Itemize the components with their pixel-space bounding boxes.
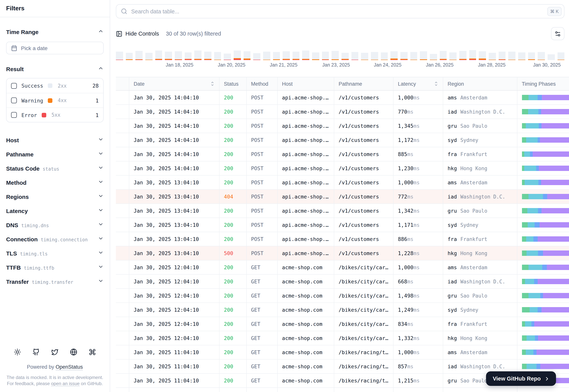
table-row[interactable]: Jan 30, 2025 12:04:10200GETacme-shop.com… <box>116 331 569 345</box>
section-transfer[interactable]: Transfertiming.transfer <box>6 275 104 289</box>
histogram-bar[interactable] <box>548 54 555 60</box>
histogram-bar[interactable] <box>263 52 270 60</box>
histogram-bar[interactable] <box>194 51 202 60</box>
histogram-bar[interactable] <box>224 54 231 60</box>
table-row[interactable]: Jan 30, 2025 14:04:10200POSTapi.acme-sho… <box>116 90 569 105</box>
histogram-bar[interactable] <box>538 52 545 60</box>
open-issue-link[interactable]: open an issue <box>51 381 80 386</box>
section-host[interactable]: Host <box>6 133 104 147</box>
table-row[interactable]: Jan 30, 2025 13:04:10500POSTapi.acme-sho… <box>116 246 569 260</box>
result-option-warning[interactable]: Warning4xx1 <box>6 93 103 108</box>
command-icon[interactable] <box>89 348 96 355</box>
view-github-repo-button[interactable]: View GitHub Repo <box>486 371 556 386</box>
histogram-bar[interactable] <box>449 52 457 60</box>
histogram-bar[interactable] <box>253 53 260 60</box>
histogram-bar[interactable] <box>126 53 133 60</box>
histogram-bar[interactable] <box>302 51 309 60</box>
histogram-bar[interactable] <box>116 52 123 60</box>
histogram-bar[interactable] <box>391 51 398 60</box>
histogram-bar[interactable] <box>332 51 339 60</box>
histogram-bar[interactable] <box>155 51 162 60</box>
histogram-bar[interactable] <box>479 51 486 60</box>
globe-icon[interactable] <box>70 348 77 355</box>
histogram-bar[interactable] <box>400 52 407 60</box>
section-status-code[interactable]: Status Codestatus <box>6 161 104 176</box>
column-header-status[interactable]: Status <box>219 77 246 90</box>
column-header-region[interactable]: Region <box>443 77 517 90</box>
histogram-bar[interactable] <box>371 52 378 60</box>
checkbox[interactable] <box>11 83 17 88</box>
table-row[interactable]: Jan 30, 2025 12:04:10200GETacme-shop.com… <box>116 260 569 274</box>
table-row[interactable]: Jan 30, 2025 11:04:10200GETacme-shop.com… <box>116 345 569 359</box>
table-row[interactable]: Jan 30, 2025 13:04:10200POSTapi.acme-sho… <box>116 218 569 232</box>
histogram-bar[interactable] <box>136 51 143 60</box>
histogram-bar[interactable] <box>420 51 427 60</box>
histogram-bar[interactable] <box>292 52 300 60</box>
section-tls[interactable]: TLStiming.tls <box>6 246 104 260</box>
section-method[interactable]: Method <box>6 176 104 190</box>
section-time-range[interactable]: Time Range <box>6 27 104 36</box>
histogram-bar[interactable] <box>243 51 250 60</box>
histogram-bar[interactable] <box>145 53 153 60</box>
section-pathname[interactable]: Pathname <box>6 147 104 161</box>
histogram-bar[interactable] <box>322 52 329 60</box>
openstatus-link[interactable]: OpenStatus <box>56 364 83 370</box>
histogram-bar[interactable] <box>489 53 496 60</box>
table-row[interactable]: Jan 30, 2025 14:04:10200POSTapi.acme-sho… <box>116 119 569 133</box>
column-header-date[interactable]: Date <box>129 77 219 90</box>
sun-icon[interactable] <box>14 348 21 355</box>
histogram-bar[interactable] <box>175 51 182 60</box>
histogram-bar[interactable] <box>342 53 348 60</box>
table-row[interactable]: Jan 30, 2025 12:04:10200GETacme-shop.com… <box>116 289 569 303</box>
histogram-bar[interactable] <box>430 54 437 60</box>
column-header-pathname[interactable]: Pathname <box>334 77 393 90</box>
histogram-bar[interactable] <box>273 52 280 60</box>
section-ttfb[interactable]: TTFBtiming.ttfb <box>6 260 104 275</box>
twitter-icon[interactable] <box>51 348 58 355</box>
column-header-host[interactable]: Host <box>277 77 334 90</box>
hide-controls-button[interactable]: Hide Controls <box>116 30 159 37</box>
histogram-bar[interactable] <box>499 52 506 60</box>
section-latency[interactable]: Latency <box>6 204 104 218</box>
table-row[interactable]: Jan 30, 2025 13:04:10200POSTapi.acme-sho… <box>116 232 569 246</box>
column-header-method[interactable]: Method <box>246 77 277 90</box>
histogram-bar[interactable] <box>165 52 172 60</box>
date-picker-input[interactable]: Pick a date <box>6 42 104 54</box>
histogram-bar[interactable] <box>312 52 319 60</box>
histogram-bar[interactable] <box>361 53 368 60</box>
histogram-bar[interactable] <box>528 52 535 60</box>
table-row[interactable]: Jan 30, 2025 13:04:10200POSTapi.acme-sho… <box>116 175 569 190</box>
result-option-error[interactable]: Error5xx1 <box>6 108 103 122</box>
checkbox[interactable] <box>11 98 17 103</box>
histogram-bar[interactable] <box>440 51 447 60</box>
table-row[interactable]: Jan 30, 2025 14:04:10200POSTapi.acme-sho… <box>116 161 569 175</box>
table-row[interactable]: Jan 30, 2025 13:04:10200POSTapi.acme-sho… <box>116 204 569 218</box>
histogram-bar[interactable] <box>469 50 476 60</box>
table-row[interactable]: Jan 30, 2025 11:04:10200GETacme-shop.com… <box>116 388 569 392</box>
histogram-bar[interactable] <box>204 52 211 60</box>
histogram-bar[interactable] <box>508 52 515 60</box>
table-row[interactable]: Jan 30, 2025 14:04:10200POSTapi.acme-sho… <box>116 105 569 119</box>
table-row[interactable]: Jan 30, 2025 14:04:10200POSTapi.acme-sho… <box>116 147 569 161</box>
result-option-success[interactable]: Success2xx28 <box>6 78 103 93</box>
histogram-bar[interactable] <box>518 52 525 60</box>
table-row[interactable]: Jan 30, 2025 14:04:10200POSTapi.acme-sho… <box>116 133 569 147</box>
search-input[interactable] <box>131 8 543 14</box>
github-icon[interactable] <box>32 348 40 355</box>
table-row[interactable]: Jan 30, 2025 12:04:10200GETacme-shop.com… <box>116 317 569 331</box>
section-connection[interactable]: Connectiontiming.connection <box>6 232 104 246</box>
histogram-bar[interactable] <box>184 52 192 60</box>
histogram-bar[interactable] <box>410 52 417 60</box>
table-row[interactable]: Jan 30, 2025 12:04:10200GETacme-shop.com… <box>116 303 569 317</box>
table-row[interactable]: Jan 30, 2025 13:04:10404POSTapi.acme-sho… <box>116 190 569 204</box>
section-regions[interactable]: Regions <box>6 190 104 204</box>
histogram-bar[interactable] <box>557 52 564 60</box>
histogram-bar[interactable] <box>351 52 359 60</box>
histogram-bar[interactable] <box>234 51 241 60</box>
checkbox[interactable] <box>11 112 17 118</box>
column-header-timing-phases[interactable]: Timing Phases <box>517 77 569 90</box>
table-row[interactable]: Jan 30, 2025 12:04:10200GETacme-shop.com… <box>116 274 569 289</box>
histogram-bar[interactable] <box>459 51 466 60</box>
section-result[interactable]: Result <box>6 64 104 73</box>
view-settings-button[interactable] <box>551 27 564 40</box>
